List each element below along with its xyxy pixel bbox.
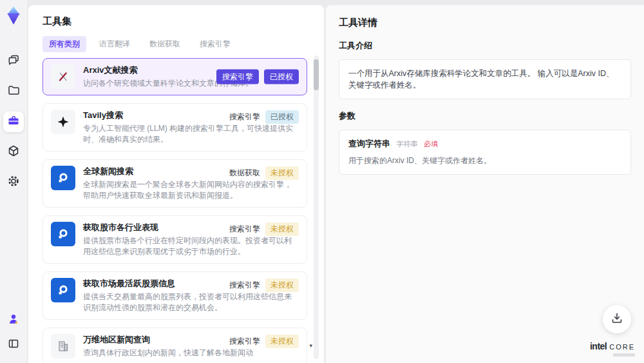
core-product-text: core: [609, 343, 635, 351]
param-box: 查询字符串 字符串 必填 用于搜索的Arxiv ID、关键字或作者姓名。: [339, 130, 631, 175]
tool-description: 提供股票市场各个行业在特定时间段内的表现。投资者可以利用这些信息来识别表现优于或…: [83, 235, 299, 257]
param-type: 字符串: [396, 140, 417, 148]
scrollbar-thumb[interactable]: [314, 59, 319, 90]
auth-status-badge: 已授权: [265, 110, 299, 124]
intel-core-logo: intel core: [590, 341, 635, 357]
finance-logo-icon: [51, 222, 75, 246]
intel-logo-underline: [613, 353, 635, 357]
global-news-logo-icon: [51, 166, 75, 190]
finance-logo-icon: [51, 278, 75, 302]
page-title: 工具集: [43, 15, 310, 28]
param-header-line: 查询字符串 字符串 必填: [348, 138, 621, 150]
param-required-label: 必填: [424, 140, 438, 148]
package-icon: [7, 144, 20, 160]
tab-all-categories[interactable]: 所有类别: [43, 36, 86, 52]
tool-card-active-stocks[interactable]: 获取市场最活跃股票信息 提供当天交易量最高的股票列表，投资者可以利用这些信息来识…: [43, 271, 307, 320]
category-tag: 搜索引擎: [229, 224, 260, 235]
tool-description: 专为人工智能代理 (LLM) 构建的搜索引擎工具，可快速提供实时、准确和真实的结…: [83, 123, 299, 145]
tool-card-list: Arxiv文献搜索 访问各个研究领域大量科学论文和文章的存储库。 搜索引擎 已授…: [43, 58, 310, 363]
tool-detail-panel: 工具详情 工具介绍 一个用于从Arxiv存储库搜索科学论文和文章的工具。 输入可…: [326, 5, 644, 363]
arxiv-logo-icon: [51, 64, 75, 89]
tool-description: 查询具体行政区划内的新闻，快速了解各地新闻动: [83, 348, 299, 358]
sidebar-item-files[interactable]: [3, 81, 24, 102]
param-name: 查询字符串: [348, 139, 390, 148]
intro-section-header: 工具介绍: [339, 40, 631, 52]
intro-text: 一个用于从Arxiv存储库搜索科学论文和文章的工具。 输入可以是Arxiv ID…: [348, 69, 614, 90]
list-scrollbar[interactable]: [314, 55, 319, 359]
category-tag: 数据获取: [229, 168, 260, 179]
sidebar-item-packages[interactable]: [3, 142, 24, 162]
intro-text-box: 一个用于从Arxiv存储库搜索科学论文和文章的工具。 输入可以是Arxiv ID…: [339, 59, 631, 99]
building-news-icon: [51, 334, 75, 358]
sidebar-item-profile[interactable]: [3, 310, 24, 331]
gear-icon: [7, 175, 20, 190]
profile-avatar-icon: [7, 313, 20, 328]
auth-status-badge: 已授权: [264, 70, 299, 84]
tool-card-industry-performance[interactable]: 获取股市各行业表现 提供股票市场各个行业在特定时间段内的表现。投资者可以利用这些…: [43, 215, 307, 264]
category-tabs: 所有类别 语言翻译 数据获取 搜索引擎: [43, 36, 310, 52]
tool-card-tavily[interactable]: Tavily搜索 专为人工智能代理 (LLM) 构建的搜索引擎工具，可快速提供实…: [43, 103, 307, 152]
auth-status-badge: 未授权: [265, 166, 299, 180]
sidebar-item-chat[interactable]: [3, 51, 24, 72]
auth-status-badge: 未授权: [265, 222, 299, 236]
download-icon: [611, 311, 623, 327]
chat-icon: [7, 54, 20, 69]
collapse-panel-icon: [7, 337, 20, 353]
tool-card-regional-news[interactable]: 万维地区新闻查询 查询具体行政区划内的新闻，快速了解各地新闻动 搜索引擎 未授权: [43, 328, 307, 363]
tab-search-engine[interactable]: 搜索引擎: [193, 36, 237, 52]
sidebar-item-settings[interactable]: [3, 172, 24, 193]
category-tag: 搜索引擎: [229, 336, 260, 347]
tab-data-acquisition[interactable]: 数据获取: [143, 36, 187, 52]
category-tag: 搜索引擎: [216, 70, 259, 84]
sidebar-item-collapse[interactable]: [3, 335, 24, 355]
tool-card-arxiv[interactable]: Arxiv文献搜索 访问各个研究领域大量科学论文和文章的存储库。 搜索引擎 已授…: [43, 58, 307, 95]
tool-description: 全球新闻搜索是一个聚合全球各大新闻网站内容的搜索引擎，帮助用户快速获取全球最新资…: [83, 179, 299, 201]
auth-status-badge: 未授权: [265, 279, 299, 292]
folder-icon: [7, 84, 20, 99]
category-tag: 搜索引擎: [229, 112, 260, 123]
category-tag: 搜索引擎: [229, 280, 260, 291]
param-description: 用于搜索的Arxiv ID、关键字或作者姓名。: [348, 155, 621, 166]
sidebar-rail: [0, 0, 27, 363]
params-section-header: 参数: [339, 110, 631, 122]
tool-card-global-news[interactable]: 全球新闻搜索 全球新闻搜索是一个聚合全球各大新闻网站内容的搜索引擎，帮助用户快速…: [43, 159, 307, 208]
tavily-star-icon: [51, 110, 75, 134]
detail-title: 工具详情: [339, 17, 631, 29]
tab-language-translation[interactable]: 语言翻译: [93, 36, 137, 52]
auth-status-badge: 未授权: [265, 335, 299, 348]
intel-brand-text: intel: [590, 341, 607, 351]
scroll-down-indicator-icon[interactable]: ▾: [309, 342, 312, 349]
app-logo-icon: [5, 6, 23, 25]
toolbox-icon: [7, 114, 20, 130]
download-button[interactable]: [603, 305, 631, 333]
tool-description: 提供当天交易量最高的股票列表，投资者可以利用这些信息来识别流动性强的股票和潜在的…: [83, 291, 299, 313]
tool-list-panel: 工具集 所有类别 语言翻译 数据获取 搜索引擎 Arxiv文献搜索 访问各个研究…: [28, 5, 324, 363]
sidebar-item-toolbox[interactable]: [3, 112, 24, 132]
